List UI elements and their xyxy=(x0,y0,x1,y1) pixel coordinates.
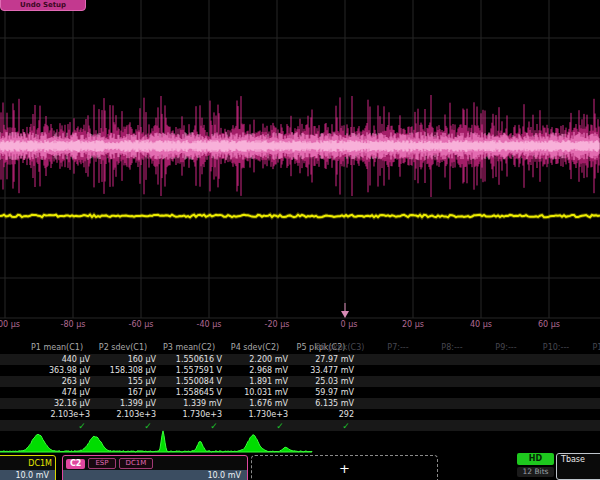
channel-c1-trace xyxy=(0,215,600,218)
channel-descriptor-c2[interactable]: C2 ESP DC1M 10.0 mV xyxy=(62,455,248,480)
measure-value-cell: 155 µV xyxy=(128,377,156,386)
measure-value-cell: 474 µV xyxy=(62,388,90,397)
time-axis-label: 40 µs xyxy=(470,320,492,329)
measure-value-cell: 1.550616 V xyxy=(176,355,222,364)
hd-mode-badge: HD xyxy=(517,453,554,465)
channel-descriptor-c1[interactable]: DC1M 10.0 mV xyxy=(0,455,56,480)
histogram-trace xyxy=(0,428,330,456)
measure-value-cell: 2.103e+3 xyxy=(116,410,156,419)
time-axis-label: -80 µs xyxy=(61,320,86,329)
measure-column-header-disabled[interactable]: P11 xyxy=(592,343,600,352)
measure-value-cell: 33.477 mV xyxy=(310,366,354,375)
c2-scale-value: 10.0 mV xyxy=(63,470,247,480)
time-axis: -100 µs-80 µs-60 µs-40 µs-20 µs0 µs20 µs… xyxy=(0,320,600,332)
measure-value-cell: 1.730e+3 xyxy=(182,410,222,419)
table-row-stripe xyxy=(0,354,600,365)
oscilloscope-screen: Undo Setup -100 µs-80 µs-60 µs-40 µs-20 … xyxy=(0,0,600,480)
measure-status-check-icon: ✓ xyxy=(342,421,350,431)
measure-column-header-disabled[interactable]: P6 pkpk(C3) xyxy=(316,343,365,352)
measure-value-cell: 1.676 mV xyxy=(249,399,288,408)
measure-value-cell: 167 µV xyxy=(128,388,156,397)
undo-setup-button[interactable]: Undo Setup xyxy=(0,0,86,11)
time-axis-label: 60 µs xyxy=(538,320,560,329)
measure-column-header-disabled[interactable]: P7:--- xyxy=(387,343,408,352)
time-axis-label: 20 µs xyxy=(402,320,424,329)
measure-column-header-disabled[interactable]: P10:--- xyxy=(543,343,569,352)
measure-value-cell: 1.558645 V xyxy=(176,388,222,397)
measure-value-cell: 292 xyxy=(339,410,354,419)
measure-column-header[interactable]: P4 sdev(C2) xyxy=(231,343,279,352)
trigger-position-marker xyxy=(341,303,349,318)
measure-value-cell: 263 µV xyxy=(62,377,90,386)
measure-value-cell: 32.16 µV xyxy=(54,399,90,408)
table-row-stripe xyxy=(0,398,600,409)
measure-value-cell: 1.557591 V xyxy=(176,366,222,375)
measure-value-cell: 1.550084 V xyxy=(176,377,222,386)
measure-value-cell: 1.730e+3 xyxy=(248,410,288,419)
time-axis-label: -100 µs xyxy=(0,320,20,329)
measure-column-header[interactable]: P1 mean(C1) xyxy=(31,343,83,352)
c1-coupling-label: DC1M xyxy=(28,459,52,468)
measure-value-cell: 1.399 µV xyxy=(120,399,156,408)
measure-column-header[interactable]: P2 sdev(C1) xyxy=(99,343,147,352)
measure-value-cell: 6.135 mV xyxy=(315,399,354,408)
time-axis-label: -60 µs xyxy=(129,320,154,329)
measure-value-cell: 10.031 mV xyxy=(244,388,288,397)
measure-value-cell: 1.891 mV xyxy=(249,377,288,386)
c2-channel-badge: C2 xyxy=(66,459,85,469)
measure-value-cell: 160 µV xyxy=(128,355,156,364)
measure-column-header-disabled[interactable]: P9:--- xyxy=(495,343,516,352)
measure-value-cell: 1.339 mV xyxy=(183,399,222,408)
measure-value-cell: 158.308 µV xyxy=(110,366,156,375)
time-axis-label: -20 µs xyxy=(265,320,290,329)
measure-column-header[interactable]: P3 mean(C2) xyxy=(163,343,215,352)
waveform-display xyxy=(0,0,600,340)
c2-coupling-badge: DC1M xyxy=(119,458,154,469)
c1-scale-value: 10.0 mV xyxy=(0,470,55,480)
timebase-descriptor[interactable]: Tbase 20.0 µs xyxy=(556,453,600,480)
measure-value-cell: 25.03 mV xyxy=(315,377,354,386)
measure-value-cell: 2.103e+3 xyxy=(50,410,90,419)
time-axis-label: 0 µs xyxy=(341,320,358,329)
c2-esp-badge: ESP xyxy=(88,458,115,469)
add-trace-button[interactable]: + xyxy=(251,455,438,480)
measure-value-cell: 2.968 mV xyxy=(249,366,288,375)
hd-bits-label: 12 Bits xyxy=(517,467,554,477)
measure-value-cell: 440 µV xyxy=(62,355,90,364)
channel-c2-noise-trace xyxy=(0,95,599,197)
measure-value-cell: 59.97 mV xyxy=(315,388,354,397)
measure-column-header-disabled[interactable]: P8:--- xyxy=(441,343,462,352)
table-row-stripe xyxy=(0,376,600,387)
measure-value-cell: 363.98 µV xyxy=(49,366,90,375)
measurement-table[interactable]: P1 mean(C1)440 µV363.98 µV263 µV474 µV32… xyxy=(0,341,600,433)
measure-value-cell: 2.200 mV xyxy=(249,355,288,364)
tbase-value: 20.0 µs xyxy=(561,466,600,475)
measure-value-cell: 27.97 mV xyxy=(315,355,354,364)
tbase-label: Tbase xyxy=(561,455,585,464)
time-axis-label: -40 µs xyxy=(197,320,222,329)
